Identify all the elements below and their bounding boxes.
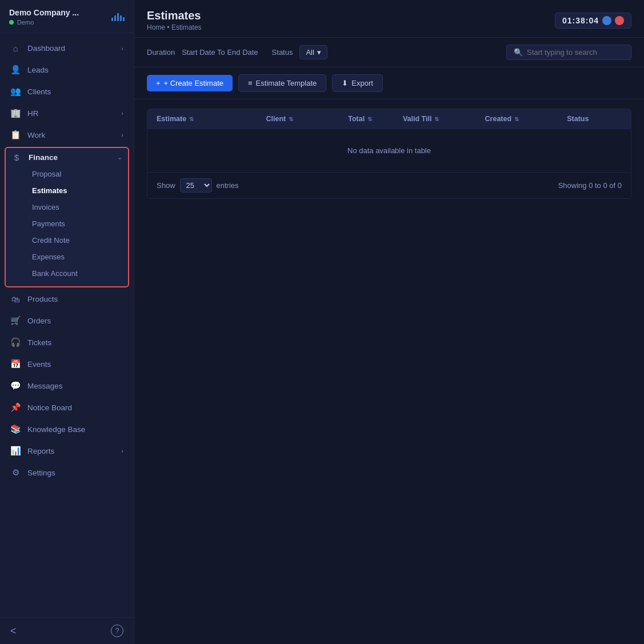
demo-badge: Demo [9, 19, 79, 26]
sidebar-item-hr[interactable]: 🏢 HR › [0, 102, 134, 124]
date-range-picker[interactable]: Start Date To End Date [182, 48, 258, 57]
sidebar-item-label: Knowledge Base [27, 425, 123, 434]
th-created-label: Created [485, 115, 512, 123]
th-client[interactable]: Client ⇅ [266, 115, 349, 123]
sidebar-item-label: Messages [27, 382, 123, 390]
duration-label: Duration [147, 48, 175, 57]
sort-icon: ⇅ [434, 116, 439, 122]
sidebar-item-label: Events [27, 360, 123, 369]
sidebar-item-orders[interactable]: 🛒 Orders [0, 310, 134, 331]
sidebar-item-finance[interactable]: $ Finance ⌄ Proposal Estimates Invoices … [5, 147, 129, 287]
clients-icon: 👥 [10, 86, 21, 97]
sort-icon: ⇅ [189, 116, 194, 122]
estimate-template-button[interactable]: ≡ Estimate Template [238, 74, 326, 92]
sidebar-item-label: Tickets [27, 338, 123, 347]
estimates-table: Estimate ⇅ Client ⇅ Total ⇅ Valid Till ⇅… [147, 109, 631, 199]
sidebar-item-label: HR [27, 109, 114, 118]
sidebar-item-label: Finance [29, 153, 110, 162]
company-name: Demo Company ... [9, 8, 79, 17]
template-label: Estimate Template [256, 79, 317, 87]
orders-icon: 🛒 [10, 315, 21, 326]
th-total-label: Total [348, 115, 365, 123]
dashboard-icon: ⌂ [10, 43, 21, 53]
showing-text: Showing 0 to 0 of 0 [558, 181, 622, 190]
submenu-payments[interactable]: Payments [11, 215, 122, 232]
sidebar-item-messages[interactable]: 💬 Messages [0, 375, 134, 397]
submenu-estimates[interactable]: Estimates [11, 182, 122, 199]
th-total[interactable]: Total ⇅ [348, 115, 403, 123]
sidebar-item-label: Notice Board [27, 403, 123, 412]
main-content: Estimates Home • Estimates 01:38:04 Dura… [134, 0, 644, 644]
clock-time: 01:38:04 [562, 16, 599, 25]
sidebar-item-label: Products [27, 295, 123, 303]
clock-stop-button[interactable] [615, 16, 624, 25]
help-button[interactable]: ? [111, 625, 123, 637]
breadcrumb-separator: • [167, 23, 169, 31]
chevron-right-icon: › [121, 45, 123, 52]
template-icon: ≡ [248, 79, 253, 87]
th-created[interactable]: Created ⇅ [485, 115, 567, 123]
sidebar-item-settings[interactable]: ⚙ Settings [0, 462, 134, 483]
knowledge-base-icon: 📚 [10, 424, 21, 434]
submenu-expenses[interactable]: Expenses [11, 249, 122, 265]
settings-icon: ⚙ [10, 467, 21, 478]
clock-start-button[interactable] [602, 16, 611, 25]
topbar-right: 01:38:04 [555, 13, 631, 29]
create-estimate-button[interactable]: + + Create Estimate [147, 75, 233, 91]
chevron-right-icon: › [121, 447, 123, 454]
submenu-invoices[interactable]: Invoices [11, 199, 122, 215]
messages-icon: 💬 [10, 381, 21, 391]
sidebar-item-notice-board[interactable]: 📌 Notice Board [0, 397, 134, 418]
th-valid-till[interactable]: Valid Till ⇅ [403, 115, 485, 123]
sidebar-item-tickets[interactable]: 🎧 Tickets [0, 331, 134, 353]
show-entries: Show 25 50 100 entries [157, 178, 239, 193]
sidebar-item-label: Clients [27, 87, 123, 96]
table-header: Estimate ⇅ Client ⇅ Total ⇅ Valid Till ⇅… [147, 109, 631, 129]
status-filter-label: Status [272, 48, 293, 57]
entries-select[interactable]: 25 50 100 [180, 178, 212, 193]
products-icon: 🛍 [10, 294, 21, 304]
sidebar: Demo Company ... Demo ⌂ Dashboard › 👤 Le… [0, 0, 134, 644]
breadcrumb-home[interactable]: Home [147, 23, 165, 31]
submenu-proposal[interactable]: Proposal [11, 166, 122, 182]
page-title: Estimates [147, 9, 202, 22]
sidebar-header: Demo Company ... Demo [0, 0, 134, 33]
tickets-icon: 🎧 [10, 337, 21, 347]
sidebar-item-events[interactable]: 📅 Events [0, 353, 134, 375]
no-data-message: No data available in table [147, 129, 631, 172]
export-label: Export [351, 79, 373, 87]
reports-icon: 📊 [10, 446, 21, 456]
sidebar-item-reports[interactable]: 📊 Reports › [0, 440, 134, 462]
sidebar-item-leads[interactable]: 👤 Leads [0, 59, 134, 81]
status-dropdown[interactable]: All ▾ [299, 45, 327, 59]
th-client-label: Client [266, 115, 286, 123]
table-footer: Show 25 50 100 entries Showing 0 to 0 of… [147, 172, 631, 198]
sidebar-item-clients[interactable]: 👥 Clients [0, 81, 134, 102]
th-status[interactable]: Status [567, 115, 622, 123]
collapse-sidebar-button[interactable]: < [10, 625, 17, 637]
th-status-label: Status [567, 115, 589, 123]
sidebar-footer: < ? [0, 617, 134, 644]
status-dot [9, 20, 14, 25]
export-button[interactable]: ⬇ Export [332, 74, 383, 92]
search-icon: 🔍 [514, 48, 523, 57]
sidebar-item-label: Work [27, 131, 114, 139]
th-estimate[interactable]: Estimate ⇅ [157, 115, 266, 123]
export-icon: ⬇ [342, 79, 348, 87]
submenu-bank-account[interactable]: Bank Account [11, 265, 122, 282]
demo-label: Demo [17, 19, 34, 26]
hr-icon: 🏢 [10, 108, 21, 118]
status-value: All [306, 48, 314, 57]
search-input[interactable] [527, 48, 624, 57]
submenu-credit-note[interactable]: Credit Note [11, 232, 122, 249]
sidebar-item-work[interactable]: 📋 Work › [0, 124, 134, 146]
sidebar-item-dashboard[interactable]: ⌂ Dashboard › [0, 38, 134, 59]
sidebar-item-products[interactable]: 🛍 Products [0, 289, 134, 310]
sidebar-item-label: Reports [27, 447, 114, 455]
create-estimate-label: + Create Estimate [164, 79, 223, 87]
chevron-down-icon: ⌄ [117, 154, 122, 161]
sidebar-item-knowledge-base[interactable]: 📚 Knowledge Base [0, 418, 134, 440]
logo-icon [111, 13, 125, 21]
action-bar: + + Create Estimate ≡ Estimate Template … [134, 67, 644, 99]
sidebar-nav: ⌂ Dashboard › 👤 Leads 👥 Clients 🏢 HR › 📋… [0, 33, 134, 617]
